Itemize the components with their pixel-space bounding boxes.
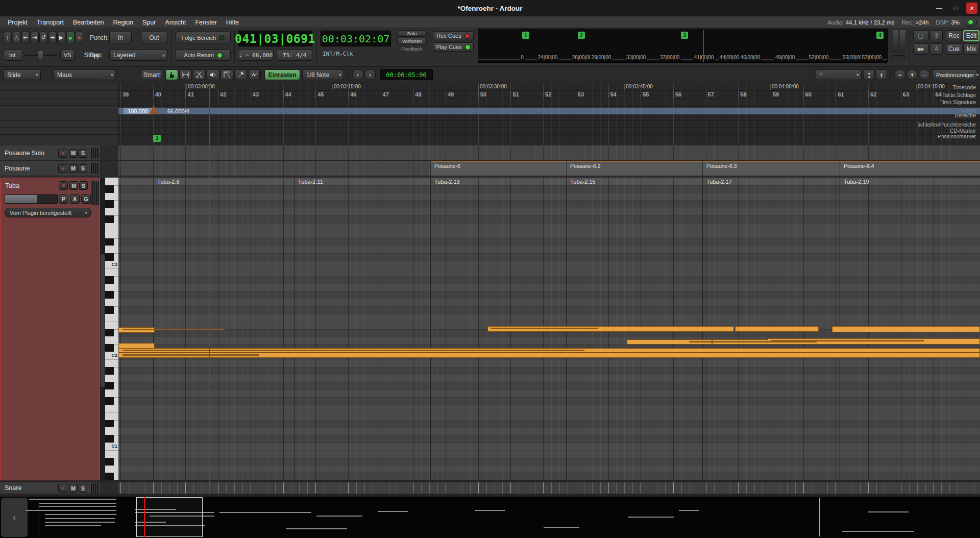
region-name-tuba-2.15[interactable]: Tuba-2.15 [570, 179, 596, 185]
piano-keyboard[interactable]: C3C2C1 [105, 178, 118, 480]
region-name-tuba-2.19[interactable]: Tuba-2.19 [844, 179, 869, 185]
shrink-tracks-button[interactable]: ▼▲ [864, 69, 875, 80]
region-name-tuba-2.13[interactable]: Tuba-2.13 [434, 179, 460, 185]
video-toggle[interactable]: ◼▶ [913, 43, 928, 55]
cut-tool-button[interactable] [193, 69, 206, 80]
piano-black-key[interactable] [105, 238, 114, 246]
maximize-button[interactable]: □ [949, 2, 962, 14]
piano-black-key[interactable] [105, 420, 114, 428]
piano-black-key[interactable] [105, 473, 114, 480]
menu-hilfe[interactable]: Hilfe [222, 19, 243, 26]
zoom-out-button[interactable]: − [894, 69, 905, 80]
midi-panic-button[interactable]: ! [4, 32, 12, 43]
overview-collapse-button[interactable]: ‹ [1, 498, 28, 537]
region-name-tuba-2.8[interactable]: Tuba-2.8 [157, 179, 180, 185]
play-button[interactable]: ▶ [57, 32, 65, 43]
tempo-value-after[interactable]: 66,000/4 [167, 108, 189, 114]
rec-cues-button[interactable]: Rec Cues [433, 31, 474, 40]
region-posaune-6.4[interactable]: Posaune-6.4 [840, 161, 980, 176]
menu-fenster[interactable]: Fenster [190, 19, 221, 26]
piano-black-key[interactable] [105, 397, 114, 405]
track-content-posaune[interactable]: Posaune-6Posaune-6.2Posaune-6.3Posaune-6… [118, 161, 980, 176]
zoom-focus-dropdown[interactable]: Positionszeiger [932, 69, 978, 80]
solo-button[interactable]: S [79, 181, 88, 190]
midi-scroomer-handle[interactable] [101, 254, 105, 387]
minimize-button[interactable]: — [933, 2, 945, 14]
punch-in-button[interactable]: In [109, 32, 132, 43]
overview-view-rect[interactable] [136, 497, 203, 537]
piano-black-key[interactable] [105, 291, 114, 299]
mouse-mode-dropdown[interactable]: Maus [53, 69, 116, 80]
rec-mode-dropdown[interactable]: Layered [109, 50, 167, 61]
piano-black-key[interactable] [105, 435, 114, 443]
meter-peak-button[interactable] [892, 55, 906, 59]
piano-black-key[interactable] [105, 185, 114, 193]
grid-unit-dropdown[interactable]: 1/8 Note [302, 69, 344, 80]
mute-button[interactable]: M [69, 164, 78, 173]
menu-transport[interactable]: Transport [32, 19, 68, 26]
page-rec-button[interactable]: Rec [946, 30, 962, 41]
zoom-in-button[interactable]: + [906, 69, 918, 80]
solo-button[interactable]: S [79, 149, 87, 158]
expand-tracks-button[interactable]: ▲▼ [876, 69, 887, 80]
metronome-button[interactable]: △ [13, 32, 21, 43]
close-button[interactable]: × [966, 3, 977, 14]
menu-projekt[interactable]: Projekt [3, 19, 32, 26]
tempo-value-before[interactable]: 100,000 [124, 108, 152, 114]
region-posaune-6.3[interactable]: Posaune-6.3 [702, 161, 840, 176]
position-marker-3[interactable]: 3 [153, 135, 161, 142]
patch-dropdown[interactable]: Vom Plugin bereitgestellt▾ [5, 208, 91, 217]
nudge-back-button[interactable]: ‹ [352, 69, 363, 80]
track-fader[interactable] [5, 194, 58, 204]
record-enable-button[interactable] [58, 164, 67, 173]
page-cue-button[interactable]: Cue [946, 43, 962, 55]
midi-scroomer[interactable] [100, 178, 105, 480]
menu-spur[interactable]: Spur [138, 19, 160, 26]
grab-tool-button[interactable] [165, 69, 178, 80]
solo-button[interactable]: S [79, 484, 87, 493]
feedback-led-button[interactable] [964, 18, 977, 27]
session-marker-4[interactable]: 4 [876, 32, 884, 39]
mute-button[interactable]: M [69, 181, 78, 190]
midi-note[interactable] [735, 326, 819, 332]
edit-mode-dropdown[interactable]: Slide [3, 69, 41, 80]
piano-black-key[interactable] [105, 329, 114, 337]
fade-tool-button[interactable] [220, 69, 233, 80]
piano-black-key[interactable] [105, 458, 114, 466]
primary-clock[interactable]: 041|03|0691 [238, 31, 312, 46]
piano-black-key[interactable] [105, 200, 114, 208]
ruler-label-timecode[interactable]: Timecode [952, 84, 976, 90]
gain-slider-thumb[interactable] [38, 50, 43, 60]
zoom-to-session-button[interactable]: ↔ [919, 69, 930, 80]
ruler-label-takte-schl-ge[interactable]: Takte:Schläge [942, 92, 976, 98]
timesig-button[interactable]: TS: 4/4 [277, 50, 312, 61]
goto-start-button[interactable]: ⇤ [21, 32, 30, 43]
play-cues-button[interactable]: Play Cues [433, 42, 474, 52]
mini-timeline[interactable]: 024|00|0026|00|0029|00|0033|00|0037|00|0… [478, 29, 888, 63]
snap-button[interactable]: Einrasten [264, 69, 300, 80]
region-posaune-6[interactable]: Posaune-6 [430, 161, 566, 176]
record-enable-button[interactable] [59, 181, 68, 190]
record-enable-button[interactable] [58, 484, 67, 493]
tempo-button[interactable]: ♩ = 66,000 [238, 50, 274, 61]
nudge-forward-button[interactable]: › [364, 69, 376, 80]
page-edit-button[interactable]: Edit [963, 30, 979, 41]
track-content-snare[interactable] [118, 482, 980, 494]
piano-black-key[interactable] [105, 367, 114, 375]
track-content-posaune-solo[interactable] [118, 145, 980, 161]
session-overview[interactable]: ‹ [0, 497, 980, 538]
region-name-tuba-2.11[interactable]: Tuba-2.11 [298, 179, 323, 185]
session-marker-1[interactable]: 1 [522, 32, 529, 39]
auto-return-button[interactable]: Auto Return [176, 50, 231, 61]
track-content-tuba[interactable]: Tuba-2.8Tuba-2.11Tuba-2.13Tuba-2.15Tuba-… [118, 178, 980, 480]
playhead[interactable] [209, 83, 210, 494]
goto-end-button[interactable]: ⇥ [31, 32, 39, 43]
stop-button[interactable]: ■ [66, 32, 75, 43]
layout-4-button[interactable]: 4 [930, 43, 943, 55]
follow-range-button[interactable]: Folge Bereich [176, 32, 231, 43]
a-button[interactable]: A [70, 194, 80, 204]
tempo-marker[interactable] [150, 105, 158, 114]
play-selection-button[interactable]: ↠ [48, 32, 57, 43]
piano-black-key[interactable] [105, 215, 114, 223]
menu-ansicht[interactable]: Ansicht [160, 19, 190, 26]
